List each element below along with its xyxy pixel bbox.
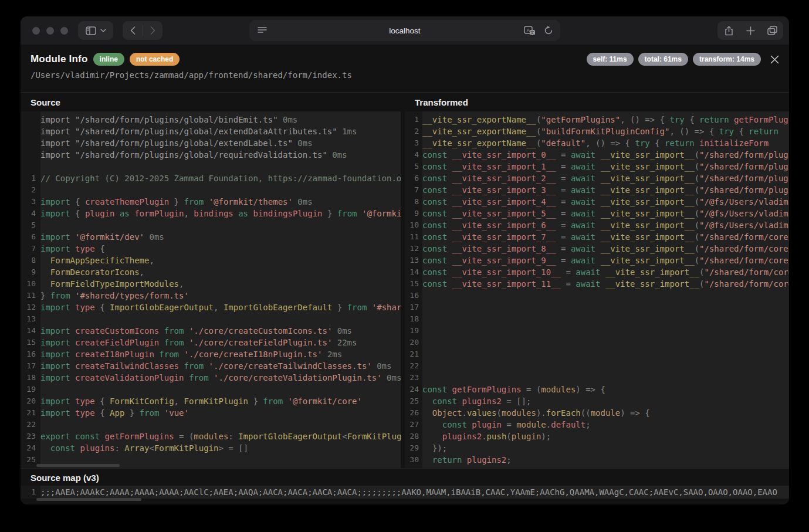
line-number: 23 xyxy=(405,372,422,384)
code-text: import createValidationPlugin from './co… xyxy=(40,372,401,384)
code-text: ;;;AAEA;AAAkC;AAAA;AAAA;AAAA;AAClC;AAEA;… xyxy=(40,486,789,499)
line-number: 22 xyxy=(405,360,422,372)
line-number: 3 xyxy=(21,196,40,208)
code-line: 1;;;AAEA;AAAkC;AAAA;AAAA;AAAA;AAClC;AAEA… xyxy=(21,486,789,499)
code-text: const plugin = module.default; xyxy=(422,419,789,431)
nav-buttons xyxy=(123,21,163,40)
line-number: 28 xyxy=(405,431,422,442)
line-number: 7 xyxy=(405,184,422,196)
line-number: 21 xyxy=(405,348,422,360)
transformed-panel: Transformed 1__vite_ssr_exportName__("ge… xyxy=(405,93,789,468)
tabs-overview-button[interactable] xyxy=(761,26,783,35)
page-title: Module Info xyxy=(31,53,88,65)
code-text: import type { xyxy=(40,243,401,255)
sourcemap-horizontal-scrollbar[interactable] xyxy=(36,498,141,501)
line-number: 6 xyxy=(21,231,40,243)
line-number: 1 xyxy=(21,172,40,184)
code-line: 12const __vite_ssr_import_8__ = await __… xyxy=(405,243,789,255)
code-text: const __vite_ssr_import_2__ = await __vi… xyxy=(422,172,789,184)
code-line: 17 xyxy=(405,301,789,313)
code-text xyxy=(422,301,789,313)
code-text: const __vite_ssr_import_10__ = await __v… xyxy=(422,266,789,278)
code-text xyxy=(422,372,789,384)
code-text: export const getFormPlugins = (modules: … xyxy=(40,431,401,442)
code-line: 13 xyxy=(21,313,401,325)
new-tab-button[interactable] xyxy=(740,26,761,35)
zoom-window-button[interactable] xyxy=(60,27,68,35)
code-text: import { plugin as formPlugin, bindings … xyxy=(40,208,401,219)
code-line: 4import { plugin as formPlugin, bindings… xyxy=(21,208,401,219)
minimize-window-button[interactable] xyxy=(46,27,54,35)
line-number: 8 xyxy=(405,196,422,208)
code-text: } from '#shared/types/form.ts' xyxy=(40,290,401,301)
line-number: 5 xyxy=(21,219,40,231)
code-line: 19 xyxy=(405,325,789,337)
line-number: 13 xyxy=(405,255,422,266)
sourcemap-code-area[interactable]: 1;;;AAEA;AAAkC;AAAA;AAAA;AAAA;AAClC;AAEA… xyxy=(21,486,789,499)
code-text: __vite_ssr_exportName__("default", () =>… xyxy=(422,137,789,149)
source-panel-title: Source xyxy=(21,93,401,111)
source-horizontal-scrollbar[interactable] xyxy=(36,464,120,467)
line-number: 8 xyxy=(21,255,40,266)
line-number xyxy=(21,149,40,161)
line-number: 26 xyxy=(405,407,422,419)
sidebar-icon xyxy=(86,26,96,35)
code-text xyxy=(40,161,401,172)
back-button[interactable] xyxy=(123,21,143,40)
code-text: const getFormPlugins = (modules) => { xyxy=(422,384,789,395)
chevron-left-icon xyxy=(130,26,136,35)
code-text: import type { FormKitConfig, FormKitPlug… xyxy=(40,395,401,407)
reload-icon[interactable] xyxy=(544,26,553,35)
line-number: 23 xyxy=(21,431,40,442)
code-text: const plugins: Array<FormKitPlugin> = [] xyxy=(40,442,401,454)
share-button[interactable] xyxy=(718,26,740,36)
line-number: 21 xyxy=(21,407,40,419)
code-line: 2__vite_ssr_exportName__("buildFormKitPl… xyxy=(405,126,789,137)
line-number: 12 xyxy=(21,301,40,313)
tabs-overview-icon xyxy=(767,26,777,35)
line-number: 1 xyxy=(21,486,40,499)
source-code-area[interactable]: import "/shared/form/plugins/global/bind… xyxy=(21,111,401,468)
source-panel: Source import "/shared/form/plugins/glob… xyxy=(21,93,401,468)
code-line: 30 return plugins2; xyxy=(405,454,789,466)
line-number: 19 xyxy=(405,325,422,337)
line-number: 27 xyxy=(405,419,422,431)
reader-view-icon[interactable] xyxy=(258,26,267,35)
address-bar[interactable]: localhost A 文 xyxy=(249,20,560,41)
code-text: import createFieldPlugin from './core/cr… xyxy=(40,337,401,348)
code-line: import "/shared/form/plugins/global/exte… xyxy=(21,126,401,137)
line-number: 15 xyxy=(405,278,422,290)
code-text: FormAppSpecificTheme, xyxy=(40,255,401,266)
code-line: 6const __vite_ssr_import_2__ = await __v… xyxy=(405,172,789,184)
close-window-button[interactable] xyxy=(32,27,40,35)
line-number: 2 xyxy=(21,184,40,196)
line-number: 18 xyxy=(405,313,422,325)
traffic-lights xyxy=(32,27,68,35)
close-panel-button[interactable] xyxy=(767,52,781,66)
line-number: 16 xyxy=(405,290,422,301)
code-line: 3import { createThemePlugin } from '@for… xyxy=(21,196,401,208)
forward-button[interactable] xyxy=(143,21,163,40)
transformed-code-area[interactable]: 1__vite_ssr_exportName__("getFormPlugins… xyxy=(405,111,789,468)
code-line: import "/shared/form/plugins/global/exte… xyxy=(21,137,401,149)
line-number: 9 xyxy=(21,266,40,278)
code-text: const __vite_ssr_import_11__ = await __v… xyxy=(422,278,789,290)
not-cached-badge: not cached xyxy=(130,53,180,66)
code-text xyxy=(40,184,401,196)
toolbar-right-buttons xyxy=(717,21,783,40)
code-line: 1__vite_ssr_exportName__("getFormPlugins… xyxy=(405,114,789,126)
sidebar-toggle-button[interactable] xyxy=(78,21,113,40)
code-line: 7import type { xyxy=(21,243,401,255)
translate-icon[interactable]: A 文 xyxy=(524,26,536,36)
code-text xyxy=(422,325,789,337)
code-line: 5const __vite_ssr_import_1__ = await __v… xyxy=(405,161,789,172)
line-number: 4 xyxy=(21,208,40,219)
code-text: plugins2.push(plugin); xyxy=(422,431,789,442)
code-text: const __vite_ssr_import_0__ = await __vi… xyxy=(422,149,789,161)
browser-toolbar: localhost A 文 xyxy=(21,16,789,45)
code-text: __vite_ssr_exportName__("getFormPlugins"… xyxy=(422,114,789,126)
code-line: 21import type { App } from 'vue' xyxy=(21,407,401,419)
code-line: 14const __vite_ssr_import_10__ = await _… xyxy=(405,266,789,278)
code-line: 21 xyxy=(405,348,789,360)
line-number: 22 xyxy=(21,419,40,431)
